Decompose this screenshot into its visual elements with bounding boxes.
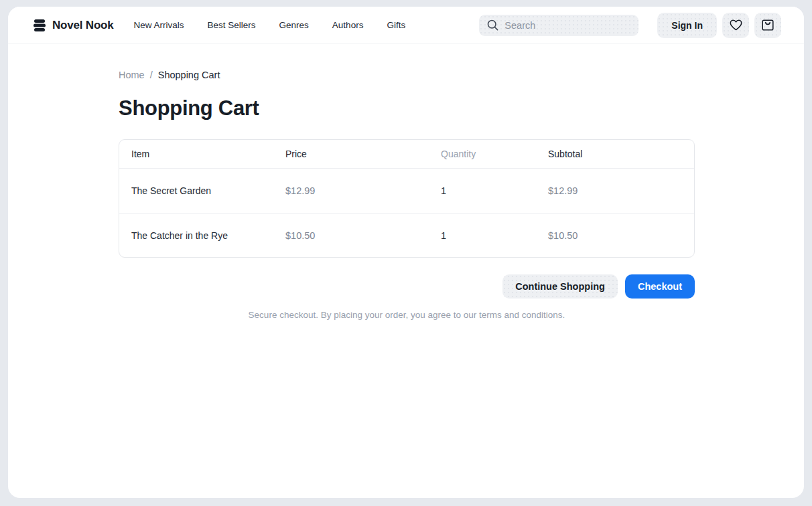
cart-row-secret-garden: The Secret Garden $12.99 1 $12.99 bbox=[119, 169, 694, 213]
header: Novel Nook New Arrivals Best Sellers Gen… bbox=[8, 7, 804, 44]
column-header-item: Item bbox=[131, 149, 285, 159]
cart-row-catcher-rye: The Catcher in the Rye $10.50 1 $10.50 bbox=[119, 213, 694, 257]
cart-item-subtotal: $10.50 bbox=[548, 230, 682, 241]
column-header-price: Price bbox=[285, 149, 441, 159]
cart-item-price: $10.50 bbox=[285, 230, 441, 241]
wishlist-button[interactable] bbox=[722, 13, 749, 38]
breadcrumb-home-link[interactable]: Home bbox=[119, 70, 145, 80]
main-content: Home / Shopping Cart Shopping Cart Item … bbox=[8, 44, 804, 320]
nav-item-genres[interactable]: Genres bbox=[279, 20, 309, 30]
column-header-subtotal: Subtotal bbox=[548, 149, 682, 159]
search-box[interactable] bbox=[479, 15, 638, 36]
book-stack-logo-icon bbox=[33, 19, 46, 32]
checkout-button[interactable]: Checkout bbox=[625, 274, 695, 299]
cart-item-price: $12.99 bbox=[285, 185, 441, 196]
page-card: Novel Nook New Arrivals Best Sellers Gen… bbox=[8, 7, 804, 498]
nav-item-best-sellers[interactable]: Best Sellers bbox=[208, 20, 256, 30]
cart-item-quantity: 1 bbox=[441, 230, 548, 241]
nav-item-new-arrivals[interactable]: New Arrivals bbox=[134, 20, 184, 30]
breadcrumb-current: Shopping Cart bbox=[158, 70, 220, 80]
cart-item-subtotal: $12.99 bbox=[548, 185, 682, 196]
search-input[interactable] bbox=[504, 20, 630, 31]
brand-logo-group[interactable]: Novel Nook bbox=[33, 19, 114, 32]
shopping-bag-icon bbox=[762, 19, 774, 31]
header-right-group: Sign In bbox=[479, 13, 781, 38]
cart-table: Item Price Quantity Subtotal The Secret … bbox=[119, 139, 695, 258]
heart-icon bbox=[730, 19, 742, 31]
column-header-quantity: Quantity bbox=[441, 149, 548, 159]
cart-button[interactable] bbox=[754, 13, 781, 38]
secure-checkout-note: Secure checkout. By placing your order, … bbox=[119, 310, 695, 320]
nav-item-authors[interactable]: Authors bbox=[332, 20, 364, 30]
sign-in-button[interactable]: Sign In bbox=[657, 13, 717, 38]
search-icon bbox=[487, 19, 498, 31]
cart-table-header-row: Item Price Quantity Subtotal bbox=[119, 140, 694, 169]
nav-item-gifts[interactable]: Gifts bbox=[387, 20, 405, 30]
main-nav: New Arrivals Best Sellers Genres Authors… bbox=[134, 20, 406, 30]
cart-item-title: The Catcher in the Rye bbox=[131, 230, 285, 241]
brand-name: Novel Nook bbox=[52, 19, 114, 32]
cart-item-title: The Secret Garden bbox=[131, 185, 285, 196]
cart-actions: Continue Shopping Checkout bbox=[119, 274, 695, 299]
continue-shopping-button[interactable]: Continue Shopping bbox=[502, 274, 618, 299]
breadcrumb: Home / Shopping Cart bbox=[119, 70, 695, 80]
breadcrumb-separator: / bbox=[150, 70, 153, 80]
page-title: Shopping Cart bbox=[119, 96, 695, 120]
cart-item-quantity: 1 bbox=[441, 185, 548, 196]
